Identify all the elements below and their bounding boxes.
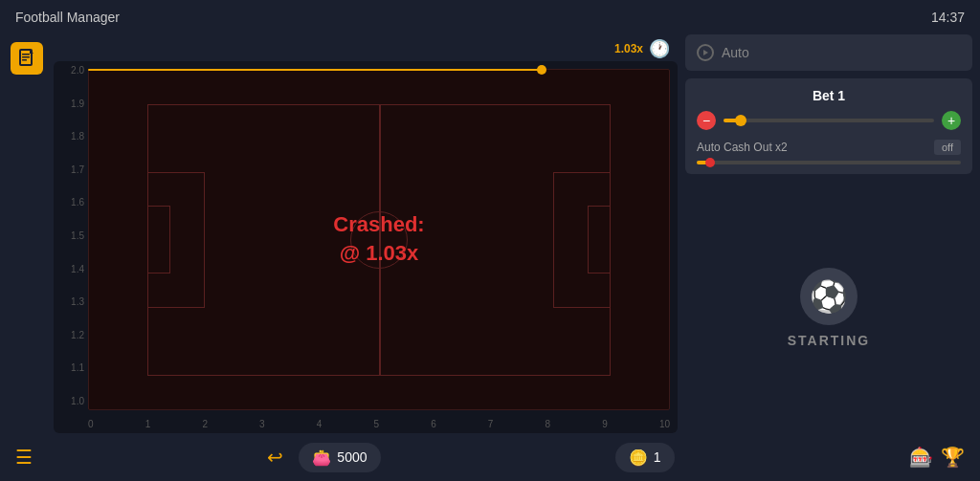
bottom-bar: ☰ ↩ 👛 5000 🪙 1 🎰 🏆 [0, 433, 980, 481]
app-title: Football Manager [15, 10, 120, 25]
coin-display: 🪙 1 [615, 443, 675, 472]
y-label-1_9: 1.9 [54, 98, 88, 109]
x-axis: 0 1 2 3 4 5 6 7 8 9 10 [88, 419, 670, 429]
multiplier-track [88, 69, 542, 71]
y-label-1_2: 1.2 [54, 330, 88, 340]
menu-icon[interactable]: ☰ [15, 446, 33, 469]
svg-rect-1 [22, 54, 30, 55]
chart-wrapper: 2.0 1.9 1.8 1.7 1.6 1.5 1.4 1.3 1.2 1.1 … [54, 61, 678, 433]
y-label-2_0: 2.0 [54, 65, 88, 76]
bet-slider-row: − + [697, 111, 961, 130]
reel-icon[interactable]: 🎰 [909, 446, 933, 469]
cashout-slider-thumb[interactable] [705, 158, 715, 167]
y-label-1_5: 1.5 [54, 230, 88, 241]
bet-panel: Bet 1 − + Auto Cash Out x2 off [685, 78, 972, 174]
auto-cashout-row: Auto Cash Out x2 off [697, 140, 961, 155]
auto-cashout-label: Auto Cash Out x2 [697, 141, 788, 154]
clock-display: 14:37 [931, 10, 965, 25]
bet-title: Bet 1 [697, 88, 961, 103]
trophy-icon[interactable]: 🏆 [941, 446, 965, 469]
multiplier-line-area [88, 69, 670, 71]
left-sidebar [8, 34, 46, 433]
y-label-1_3: 1.3 [54, 296, 88, 307]
auto-circle-icon [697, 44, 714, 61]
y-label-1_1: 1.1 [54, 362, 88, 373]
bet-increase-button[interactable]: + [942, 111, 961, 130]
football-field: Crashed: @ 1.03x [88, 69, 670, 410]
bottom-right-icons: 🎰 🏆 [909, 446, 965, 469]
chart-header: 1.03x 🕐 [54, 34, 678, 61]
balance-value: 5000 [337, 449, 367, 465]
crash-line-1: Crashed: [333, 210, 424, 240]
auto-cashout-slider-track[interactable] [697, 161, 961, 164]
document-icon-button[interactable] [11, 42, 43, 75]
balance-display: 👛 5000 [299, 443, 380, 472]
soccer-ball-icon: ⚽ [800, 268, 858, 325]
svg-marker-4 [703, 50, 708, 55]
svg-rect-3 [22, 59, 27, 61]
right-goal [588, 206, 611, 273]
crash-overlay: Crashed: @ 1.03x [333, 210, 424, 270]
current-multiplier: 1.03x [614, 42, 643, 55]
right-panel: Auto Bet 1 − + Auto Cash Out x2 off [685, 34, 972, 433]
main-content: 1.03x 🕐 2.0 1.9 1.8 1.7 1.6 1.5 1.4 1.3 … [0, 34, 980, 433]
y-label-1_8: 1.8 [54, 131, 88, 142]
coin-stack-icon: 🪙 [629, 448, 648, 467]
crash-line-2: @ 1.03x [333, 240, 424, 270]
bet-slider-thumb[interactable] [735, 115, 746, 126]
auto-label: Auto [722, 45, 749, 60]
bottom-left-icons: ☰ [15, 446, 33, 469]
left-goal [147, 206, 170, 273]
y-label-1_6: 1.6 [54, 197, 88, 208]
app-header: Football Manager 14:37 [0, 0, 980, 34]
off-badge[interactable]: off [934, 140, 961, 155]
back-icon[interactable]: ↩ [267, 446, 283, 469]
y-label-1_4: 1.4 [54, 264, 88, 274]
y-label-1_7: 1.7 [54, 164, 88, 175]
history-clock-icon[interactable]: 🕐 [649, 38, 670, 59]
auto-button[interactable]: Auto [685, 34, 972, 71]
starting-area: ⚽ STARTING [685, 182, 972, 433]
y-label-1_0: 1.0 [54, 396, 88, 406]
bet-decrease-button[interactable]: − [697, 111, 716, 130]
y-axis: 2.0 1.9 1.8 1.7 1.6 1.5 1.4 1.3 1.2 1.1 … [54, 61, 88, 410]
coin-value: 1 [654, 449, 661, 465]
bet-slider-track[interactable] [724, 119, 934, 122]
chart-container: 1.03x 🕐 2.0 1.9 1.8 1.7 1.6 1.5 1.4 1.3 … [54, 34, 678, 433]
svg-rect-2 [22, 56, 30, 58]
multiplier-dot [537, 65, 546, 75]
wallet-icon: 👛 [312, 448, 331, 467]
starting-label: STARTING [788, 333, 871, 348]
